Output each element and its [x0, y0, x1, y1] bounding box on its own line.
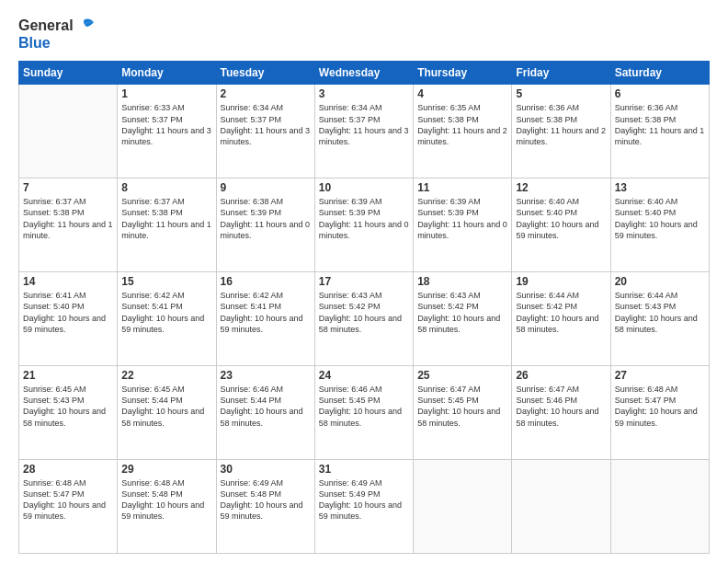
calendar-cell: 14Sunrise: 6:41 AMSunset: 5:40 PMDayligh… [19, 272, 118, 366]
cell-info: Sunrise: 6:34 AMSunset: 5:37 PMDaylight:… [221, 102, 311, 147]
day-number: 6 [615, 87, 705, 100]
day-number: 8 [121, 181, 211, 194]
cell-info: Sunrise: 6:41 AMSunset: 5:40 PMDaylight:… [23, 290, 113, 335]
cell-info: Sunrise: 6:40 AMSunset: 5:40 PMDaylight:… [615, 196, 705, 241]
cell-info: Sunrise: 6:46 AMSunset: 5:45 PMDaylight:… [319, 384, 409, 429]
cell-info: Sunrise: 6:43 AMSunset: 5:42 PMDaylight:… [319, 290, 409, 335]
day-number: 2 [221, 87, 311, 100]
calendar-cell: 1Sunrise: 6:33 AMSunset: 5:37 PMDaylight… [118, 85, 216, 178]
day-number: 31 [319, 463, 409, 476]
calendar-table: SundayMondayTuesdayWednesdayThursdayFrid… [18, 61, 710, 554]
weekday-header-thursday: Thursday [414, 62, 512, 85]
calendar-cell: 23Sunrise: 6:46 AMSunset: 5:44 PMDayligh… [216, 366, 314, 460]
weekday-header-tuesday: Tuesday [216, 62, 314, 85]
cell-info: Sunrise: 6:47 AMSunset: 5:45 PMDaylight:… [417, 384, 507, 429]
day-number: 13 [615, 181, 705, 194]
cell-info: Sunrise: 6:44 AMSunset: 5:43 PMDaylight:… [615, 290, 705, 335]
cell-info: Sunrise: 6:39 AMSunset: 5:39 PMDaylight:… [319, 196, 409, 241]
cell-info: Sunrise: 6:36 AMSunset: 5:38 PMDaylight:… [615, 102, 705, 147]
calendar-cell: 8Sunrise: 6:37 AMSunset: 5:38 PMDaylight… [118, 178, 216, 272]
weekday-header-saturday: Saturday [610, 62, 709, 85]
cell-info: Sunrise: 6:43 AMSunset: 5:42 PMDaylight:… [417, 290, 507, 335]
calendar-cell: 3Sunrise: 6:34 AMSunset: 5:37 PMDaylight… [314, 85, 413, 178]
day-number: 25 [417, 369, 507, 382]
calendar-cell: 19Sunrise: 6:44 AMSunset: 5:42 PMDayligh… [512, 272, 610, 366]
calendar-cell: 28Sunrise: 6:48 AMSunset: 5:47 PMDayligh… [19, 460, 118, 554]
calendar-cell [19, 85, 118, 178]
logo-blue-text: Blue [18, 34, 51, 52]
calendar-cell: 25Sunrise: 6:47 AMSunset: 5:45 PMDayligh… [414, 366, 512, 460]
cell-info: Sunrise: 6:47 AMSunset: 5:46 PMDaylight:… [516, 384, 606, 429]
cell-info: Sunrise: 6:36 AMSunset: 5:38 PMDaylight:… [516, 102, 606, 147]
calendar-cell: 29Sunrise: 6:48 AMSunset: 5:48 PMDayligh… [118, 460, 216, 554]
day-number: 26 [516, 369, 606, 382]
cell-info: Sunrise: 6:48 AMSunset: 5:48 PMDaylight:… [121, 477, 211, 523]
calendar-cell [512, 460, 610, 554]
day-number: 28 [23, 463, 113, 476]
calendar-cell: 26Sunrise: 6:47 AMSunset: 5:46 PMDayligh… [512, 366, 610, 460]
day-number: 4 [417, 87, 507, 100]
day-number: 16 [221, 275, 311, 288]
cell-info: Sunrise: 6:38 AMSunset: 5:39 PMDaylight:… [221, 196, 311, 241]
calendar-cell: 30Sunrise: 6:49 AMSunset: 5:48 PMDayligh… [216, 460, 314, 554]
calendar-cell: 6Sunrise: 6:36 AMSunset: 5:38 PMDaylight… [610, 85, 709, 178]
day-number: 18 [417, 275, 507, 288]
calendar-cell: 12Sunrise: 6:40 AMSunset: 5:40 PMDayligh… [512, 178, 610, 272]
day-number: 14 [23, 275, 113, 288]
cell-info: Sunrise: 6:48 AMSunset: 5:47 PMDaylight:… [615, 384, 705, 429]
calendar-cell: 17Sunrise: 6:43 AMSunset: 5:42 PMDayligh… [314, 272, 413, 366]
cell-info: Sunrise: 6:35 AMSunset: 5:38 PMDaylight:… [417, 102, 507, 147]
weekday-header-monday: Monday [118, 62, 216, 85]
day-number: 1 [121, 87, 211, 100]
week-row-2: 14Sunrise: 6:41 AMSunset: 5:40 PMDayligh… [19, 272, 710, 366]
weekday-header-friday: Friday [512, 62, 610, 85]
calendar-cell: 16Sunrise: 6:42 AMSunset: 5:41 PMDayligh… [216, 272, 314, 366]
cell-info: Sunrise: 6:45 AMSunset: 5:44 PMDaylight:… [121, 384, 211, 429]
weekday-header-wednesday: Wednesday [314, 62, 413, 85]
week-row-3: 21Sunrise: 6:45 AMSunset: 5:43 PMDayligh… [19, 366, 710, 460]
logo-general-text: General [18, 17, 74, 34]
day-number: 3 [319, 87, 409, 100]
day-number: 21 [23, 369, 113, 382]
cell-info: Sunrise: 6:49 AMSunset: 5:49 PMDaylight:… [319, 477, 409, 523]
cell-info: Sunrise: 6:37 AMSunset: 5:38 PMDaylight:… [23, 196, 113, 241]
week-row-4: 28Sunrise: 6:48 AMSunset: 5:47 PMDayligh… [19, 460, 710, 554]
cell-info: Sunrise: 6:34 AMSunset: 5:37 PMDaylight:… [319, 102, 409, 147]
calendar-cell: 11Sunrise: 6:39 AMSunset: 5:39 PMDayligh… [414, 178, 512, 272]
day-number: 23 [221, 369, 311, 382]
logo: General Blue [18, 17, 96, 52]
day-number: 11 [417, 181, 507, 194]
calendar-cell [414, 460, 512, 554]
cell-info: Sunrise: 6:39 AMSunset: 5:39 PMDaylight:… [417, 196, 507, 241]
cell-info: Sunrise: 6:40 AMSunset: 5:40 PMDaylight:… [516, 196, 606, 241]
calendar-cell: 21Sunrise: 6:45 AMSunset: 5:43 PMDayligh… [19, 366, 118, 460]
calendar-cell: 20Sunrise: 6:44 AMSunset: 5:43 PMDayligh… [610, 272, 709, 366]
calendar-cell: 22Sunrise: 6:45 AMSunset: 5:44 PMDayligh… [118, 366, 216, 460]
calendar-cell [610, 460, 709, 554]
calendar-cell: 4Sunrise: 6:35 AMSunset: 5:38 PMDaylight… [414, 85, 512, 178]
calendar-cell: 7Sunrise: 6:37 AMSunset: 5:38 PMDaylight… [19, 178, 118, 272]
logo-bird-icon [75, 17, 96, 34]
calendar-cell: 13Sunrise: 6:40 AMSunset: 5:40 PMDayligh… [610, 178, 709, 272]
day-number: 20 [615, 275, 705, 288]
cell-info: Sunrise: 6:46 AMSunset: 5:44 PMDaylight:… [221, 384, 311, 429]
cell-info: Sunrise: 6:48 AMSunset: 5:47 PMDaylight:… [23, 477, 113, 523]
day-number: 12 [516, 181, 606, 194]
cell-info: Sunrise: 6:44 AMSunset: 5:42 PMDaylight:… [516, 290, 606, 335]
calendar-cell: 9Sunrise: 6:38 AMSunset: 5:39 PMDaylight… [216, 178, 314, 272]
weekday-header-row: SundayMondayTuesdayWednesdayThursdayFrid… [19, 62, 710, 85]
cell-info: Sunrise: 6:37 AMSunset: 5:38 PMDaylight:… [121, 196, 211, 241]
day-number: 30 [221, 463, 311, 476]
day-number: 24 [319, 369, 409, 382]
day-number: 9 [221, 181, 311, 194]
week-row-1: 7Sunrise: 6:37 AMSunset: 5:38 PMDaylight… [19, 178, 710, 272]
calendar-cell: 2Sunrise: 6:34 AMSunset: 5:37 PMDaylight… [216, 85, 314, 178]
cell-info: Sunrise: 6:33 AMSunset: 5:37 PMDaylight:… [121, 102, 211, 147]
cell-info: Sunrise: 6:45 AMSunset: 5:43 PMDaylight:… [23, 384, 113, 429]
cell-info: Sunrise: 6:42 AMSunset: 5:41 PMDaylight:… [121, 290, 211, 335]
day-number: 10 [319, 181, 409, 194]
calendar-cell: 27Sunrise: 6:48 AMSunset: 5:47 PMDayligh… [610, 366, 709, 460]
day-number: 15 [121, 275, 211, 288]
day-number: 29 [121, 463, 211, 476]
day-number: 22 [121, 369, 211, 382]
